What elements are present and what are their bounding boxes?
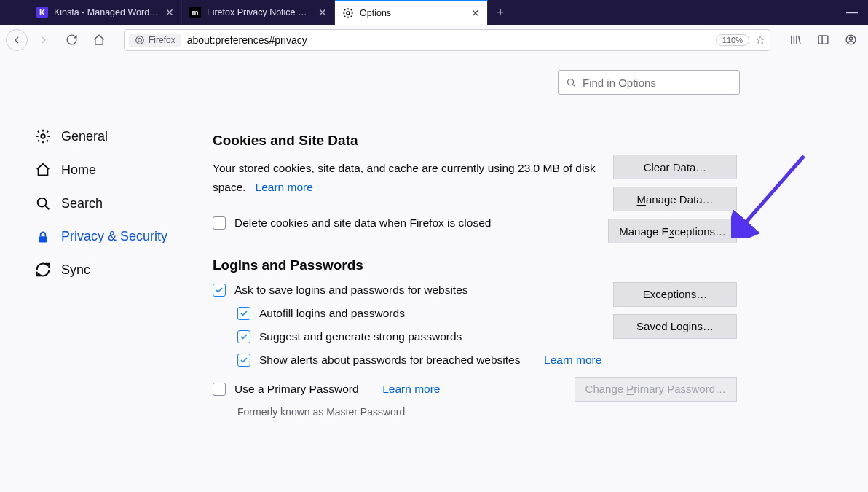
manage-data-button[interactable]: Manage Data… [613, 187, 737, 211]
window-controls: — [846, 0, 868, 25]
checkbox-label: Ask to save logins and passwords for web… [234, 284, 468, 297]
identity-label: Firefox [149, 35, 175, 45]
svg-point-0 [347, 12, 350, 15]
find-in-options[interactable]: Find in Options [558, 70, 740, 95]
lock-icon [35, 230, 51, 244]
sidebar-item-label: General [61, 129, 108, 144]
minimize-icon[interactable]: — [846, 6, 858, 19]
section-title: Logins and Passwords [213, 257, 737, 273]
gear-icon [342, 7, 354, 19]
cookies-description: Your stored cookies, site data, and cach… [213, 159, 606, 198]
learn-more-link[interactable]: Learn more [382, 383, 440, 396]
search-placeholder: Find in Options [583, 77, 656, 89]
sidebar-item-search[interactable]: Search [32, 187, 189, 220]
title-bar: K Kinsta - Managed WordPress H ✕ m Firef… [0, 0, 868, 25]
manage-exceptions-button[interactable]: Manage Exceptions… [608, 219, 737, 243]
logins-section: Logins and Passwords Exceptions… Saved L… [213, 257, 737, 418]
checkbox-icon[interactable] [237, 330, 250, 343]
sidebar-item-home[interactable]: Home [32, 153, 189, 187]
learn-more-link[interactable]: Learn more [256, 181, 313, 193]
sidebar-item-label: Sync [61, 262, 90, 278]
url-bar[interactable]: Firefox about:preferences#privacy 110% ☆ [124, 29, 770, 51]
tab-privacy-notice[interactable]: m Firefox Privacy Notice — Mozil ✕ [182, 0, 335, 25]
url-text: about:preferences#privacy [187, 34, 710, 46]
tab-options[interactable]: Options ✕ [335, 0, 488, 25]
favicon-kinsta: K [36, 7, 48, 18]
back-button[interactable] [6, 29, 28, 51]
tab-label: Firefox Privacy Notice — Mozil [207, 7, 312, 17]
saved-logins-button[interactable]: Saved Logins… [613, 314, 737, 339]
sync-icon [35, 262, 51, 278]
preferences-content: Find in Options General Home Search [0, 55, 868, 492]
search-icon [35, 195, 51, 211]
checkbox-icon[interactable] [237, 307, 250, 320]
library-icon[interactable] [784, 28, 807, 52]
exceptions-button[interactable]: Exceptions… [613, 282, 737, 307]
checkbox-icon[interactable] [237, 354, 250, 367]
checkbox-label: Delete cookies and site data when Firefo… [234, 216, 491, 230]
svg-rect-16 [39, 236, 47, 242]
nav-toolbar: Firefox about:preferences#privacy 110% ☆ [0, 25, 868, 55]
home-button[interactable] [87, 28, 111, 52]
alerts-row[interactable]: Show alerts about passwords for breached… [237, 354, 737, 367]
zoom-level[interactable]: 110% [716, 34, 749, 46]
svg-point-1 [136, 36, 144, 44]
change-primary-password-button[interactable]: Change Primary Password… [575, 377, 737, 402]
learn-more-link[interactable]: Learn more [544, 354, 601, 367]
preferences-sidebar: General Home Search Privacy & Security S… [0, 55, 189, 492]
sidebar-item-general[interactable]: General [32, 120, 189, 153]
tab-label: Options [360, 8, 465, 18]
sidebar-item-sync[interactable]: Sync [32, 253, 189, 286]
sidebar-icon[interactable] [811, 28, 835, 52]
cookies-section: Cookies and Site Data Your stored cookie… [213, 133, 737, 230]
home-icon [35, 162, 51, 178]
svg-line-12 [572, 84, 575, 86]
svg-rect-7 [818, 36, 828, 44]
checkbox-icon[interactable] [213, 383, 226, 396]
identity-box[interactable]: Firefox [129, 34, 181, 47]
tab-label: Kinsta - Managed WordPress H [54, 7, 159, 17]
sidebar-item-label: Home [61, 163, 96, 178]
reload-button[interactable] [60, 28, 83, 52]
svg-point-13 [41, 134, 45, 138]
formerly-note: Formerly known as Master Password [237, 406, 737, 418]
checkbox-label: Suggest and generate strong passwords [259, 330, 462, 343]
close-icon[interactable]: ✕ [471, 7, 480, 19]
svg-line-15 [45, 206, 50, 210]
account-icon[interactable] [839, 28, 862, 52]
svg-point-10 [849, 37, 852, 40]
new-tab-button[interactable]: + [488, 0, 513, 25]
checkbox-label: Use a Primary Password [234, 383, 359, 396]
bookmark-star-icon[interactable]: ☆ [755, 33, 765, 47]
checkbox-label: Autofill logins and passwords [259, 307, 405, 320]
close-icon[interactable]: ✕ [165, 7, 174, 18]
checkbox-icon[interactable] [213, 284, 226, 297]
gear-icon [35, 128, 51, 144]
sidebar-item-label: Privacy & Security [61, 229, 167, 244]
favicon-mozilla: m [189, 7, 201, 18]
svg-point-2 [138, 38, 142, 42]
clear-data-button[interactable]: Clear Data… [613, 155, 737, 179]
sidebar-item-label: Search [61, 196, 103, 211]
preferences-main: Cookies and Site Data Your stored cookie… [189, 55, 868, 492]
section-title: Cookies and Site Data [213, 133, 737, 149]
svg-line-6 [798, 36, 800, 44]
sidebar-item-privacy[interactable]: Privacy & Security [32, 220, 189, 253]
primary-password-row[interactable]: Use a Primary Password Learn more Change… [213, 383, 737, 396]
forward-button[interactable] [32, 28, 55, 52]
tab-kinsta[interactable]: K Kinsta - Managed WordPress H ✕ [29, 0, 182, 25]
close-icon[interactable]: ✕ [318, 7, 327, 18]
checkbox-icon[interactable] [213, 216, 226, 230]
checkbox-label: Show alerts about passwords for breached… [259, 354, 520, 367]
